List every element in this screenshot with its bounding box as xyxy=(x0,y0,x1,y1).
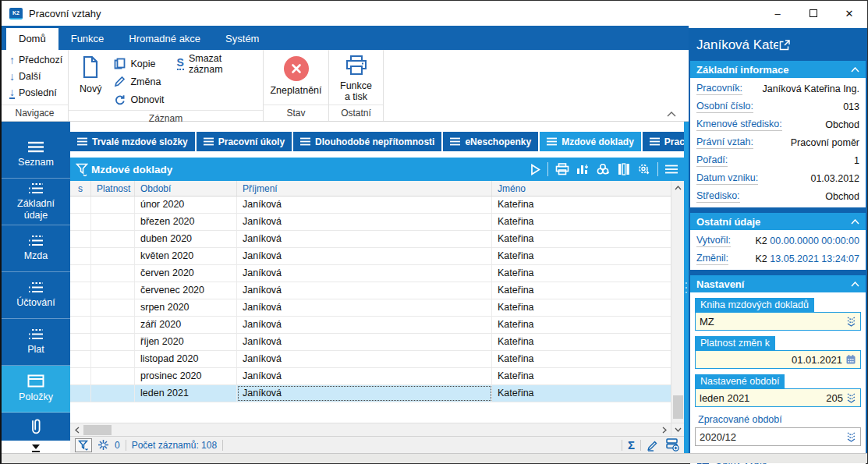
tab-eneschopenky[interactable]: eNeschopenky xyxy=(443,132,538,151)
new-record-button[interactable]: Nový xyxy=(73,53,108,110)
sidebar-item-seznam[interactable]: Seznam xyxy=(2,132,70,179)
collapse-icon[interactable] xyxy=(851,219,859,225)
collapse-icon[interactable] xyxy=(851,67,859,73)
field-label[interactable]: Datum vzniku: xyxy=(696,172,758,185)
column-header-platnost[interactable]: Platnost xyxy=(91,181,135,196)
tab-dlouhodobe-nepritomnosti[interactable]: Dlouhodobé nepřítomnosti xyxy=(293,132,441,151)
column-header-jmeno[interactable]: Jméno xyxy=(492,181,671,196)
sidebar-item-uctovani[interactable]: Účtování xyxy=(2,272,70,319)
section-header[interactable]: Nastavení xyxy=(690,275,866,292)
frozen-filter-icon[interactable] xyxy=(97,439,109,451)
scroll-down-button[interactable] xyxy=(671,423,684,436)
tab-mzdove-doklady[interactable]: Mzdové doklady xyxy=(540,132,641,151)
scroll-up-button[interactable] xyxy=(671,181,684,194)
dropdown-icon[interactable] xyxy=(846,393,856,403)
field-value: Janíková Kateřina Ing. xyxy=(763,83,859,94)
ribbon-collapse-button[interactable] xyxy=(667,112,676,117)
calendar-icon[interactable] xyxy=(845,354,856,365)
copy-button[interactable]: Kopie xyxy=(111,55,167,73)
sidebar-more-button[interactable] xyxy=(2,441,70,453)
section-header[interactable]: Základní informace xyxy=(690,61,866,78)
filter-toggle-button[interactable] xyxy=(75,438,92,452)
vertical-scroll-thumb[interactable] xyxy=(673,395,683,419)
ribbon-tab-system[interactable]: Systém xyxy=(213,28,271,50)
dropdown-icon[interactable] xyxy=(846,317,856,327)
sidebar-item-zakladni-udaje[interactable]: Základní údaje xyxy=(2,179,70,225)
grid-row[interactable]: říjen 2020 Janíková Kateřina xyxy=(70,334,671,351)
columns-icon[interactable] xyxy=(618,163,630,175)
grid-row[interactable]: březen 2020 Janíková Kateřina xyxy=(70,214,671,231)
invalidate-button[interactable]: Zneplatnění xyxy=(264,53,328,104)
section-header[interactable]: Ostatní údaje xyxy=(690,213,866,230)
field-label[interactable]: Kmenové středisko: xyxy=(696,119,782,131)
grid-row[interactable]: duben 2020 Janíková Kateřina xyxy=(70,231,671,248)
analysis-icon[interactable] xyxy=(597,163,611,175)
horizontal-scroll-thumb[interactable] xyxy=(83,425,112,435)
ribbon-tab-domu[interactable]: Domů xyxy=(6,28,58,50)
field-label[interactable]: Změnil: xyxy=(696,253,728,265)
column-header-s[interactable]: s xyxy=(70,181,91,196)
print-icon[interactable] xyxy=(555,163,569,175)
sidebar-item-mzda[interactable]: Mzda xyxy=(2,225,70,272)
grid-row[interactable]: prosinec 2020 Janíková Kateřina xyxy=(70,368,671,385)
field-label[interactable]: Středisko: xyxy=(696,190,740,203)
settings-gear-icon[interactable] xyxy=(637,163,650,175)
column-header-obdobi[interactable]: Období xyxy=(135,181,237,196)
grid-row[interactable]: listopad 2020 Janíková Kateřina xyxy=(70,351,671,368)
field-label[interactable]: Právní vztah: xyxy=(696,136,753,149)
scroll-left-button[interactable] xyxy=(70,423,83,437)
sidebar-attachments-button[interactable] xyxy=(2,413,70,441)
grid-row[interactable]: červen 2020 Janíková Kateřina xyxy=(70,265,671,282)
dropdown-icon[interactable] xyxy=(846,432,856,442)
grid-row[interactable]: květen 2020 Janíková Kateřina xyxy=(70,248,671,265)
scroll-right-button[interactable] xyxy=(657,423,671,437)
arrow-up-icon: ↑ xyxy=(9,55,15,66)
edit-button[interactable]: Změna xyxy=(111,73,167,90)
tab-pracovni-praxe[interactable]: Pracovní praxe xyxy=(643,132,684,151)
tab-trvale-mzdove-slozky[interactable]: Trvalé mzdové složky xyxy=(70,132,195,151)
window-title: Pracovní vztahy xyxy=(29,8,101,19)
last-button[interactable]: ↓ Poslední xyxy=(6,84,63,101)
sidebar-item-polozky[interactable]: Položky xyxy=(2,366,70,413)
field-label[interactable]: Osobní číslo: xyxy=(696,101,753,113)
open-external-icon[interactable] xyxy=(778,39,860,51)
run-icon[interactable] xyxy=(530,164,540,175)
ribbon-tab-hromadne-akce[interactable]: Hromadné akce xyxy=(116,28,213,50)
horizontal-scrollbar[interactable] xyxy=(70,423,684,436)
refresh-button[interactable]: Obnovit xyxy=(111,90,167,108)
field-label[interactable]: Pracovník: xyxy=(696,83,742,95)
column-header-prijmeni[interactable]: Příjmení xyxy=(237,181,492,196)
field-label[interactable]: Pořadí: xyxy=(696,154,728,167)
next-button[interactable]: ↓ Další xyxy=(6,68,63,84)
platnost-date-input[interactable]: 01.01.2021 xyxy=(695,350,861,369)
sidebar-item-plat[interactable]: Plat xyxy=(2,319,70,366)
nastavene-obdobi-combo[interactable]: leden 2021 205 xyxy=(695,388,861,407)
kniha-combo-input[interactable]: MZ xyxy=(695,312,861,331)
cell-jmeno: Kateřina xyxy=(492,231,671,247)
menu-icon[interactable] xyxy=(665,165,678,174)
delete-record-button[interactable]: S Smazat záznam xyxy=(174,55,255,73)
maximize-button[interactable] xyxy=(795,1,831,26)
zpracovane-obdobi-combo[interactable]: 2020/12 xyxy=(695,427,861,446)
vertical-scrollbar[interactable] xyxy=(671,181,684,423)
grid-row[interactable]: únor 2020 Janíková Kateřina xyxy=(70,197,671,214)
minimize-button[interactable]: – xyxy=(760,1,795,26)
grid-row[interactable]: červenec 2020 Janíková Kateřina xyxy=(70,282,671,299)
cell-obdobi: duben 2020 xyxy=(135,231,237,247)
grid-row[interactable]: srpen 2020 Janíková Kateřina xyxy=(70,299,671,317)
functions-print-button[interactable]: Funkce a tisk xyxy=(334,53,378,104)
sum-button[interactable]: Σ xyxy=(628,439,635,451)
tab-pracovni-ukoly[interactable]: Pracovní úkoly xyxy=(197,132,292,151)
collapse-icon[interactable] xyxy=(851,282,859,287)
field-label[interactable]: Vytvořil: xyxy=(696,235,731,247)
close-button[interactable]: ✕ xyxy=(831,1,867,26)
filter-icon[interactable] xyxy=(76,163,88,176)
grid-row[interactable]: září 2020 Janíková Kateřina xyxy=(70,317,671,334)
ribbon-tab-funkce[interactable]: Funkce xyxy=(58,28,117,50)
previous-button[interactable]: ↑ Předchozí xyxy=(6,51,63,68)
chart-icon[interactable] xyxy=(576,163,590,175)
edit-pencil-button[interactable] xyxy=(647,439,659,452)
cell-prijmeni: Janíková xyxy=(237,282,492,299)
grid-row[interactable]: leden 2021 Janíková Kateřina xyxy=(70,385,671,402)
add-panel-button[interactable] xyxy=(664,438,679,452)
